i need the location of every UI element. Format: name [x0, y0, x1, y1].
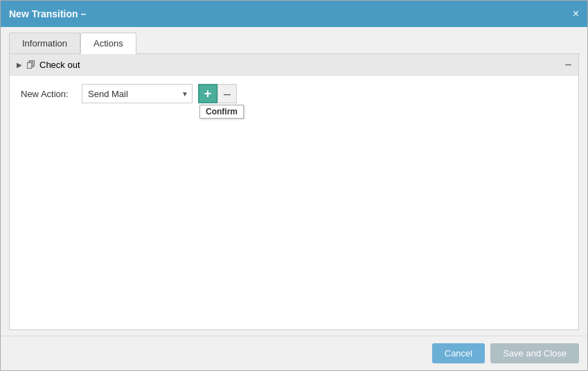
add-remove-group: + Confirm – — [198, 84, 237, 103]
section-header: ▶ 🗍 Check out – — [10, 54, 578, 76]
tabs: Information Actions — [9, 33, 579, 54]
tab-actions[interactable]: Actions — [80, 33, 136, 54]
remove-action-button[interactable]: – — [217, 84, 237, 103]
dialog: New Transition – × Information Actions ▶… — [0, 0, 588, 371]
action-select[interactable]: Send Mail Set Variable Script — [82, 84, 193, 103]
dialog-body: Information Actions ▶ 🗍 Check out – New … — [1, 27, 587, 336]
dialog-header: New Transition – × — [1, 1, 587, 27]
cancel-button[interactable]: Cancel — [432, 343, 485, 363]
save-close-button[interactable]: Save and Close — [490, 343, 579, 363]
add-action-button[interactable]: + Confirm — [198, 84, 217, 103]
action-label: New Action: — [21, 89, 76, 99]
dialog-footer: Cancel Save and Close — [1, 336, 587, 370]
expand-arrow-icon[interactable]: ▶ — [17, 61, 22, 69]
select-wrapper: Send Mail Set Variable Script ▼ — [82, 84, 193, 103]
section-remove-button[interactable]: – — [565, 59, 571, 70]
section-title: Check out — [39, 60, 80, 70]
section-icon: 🗍 — [26, 60, 35, 70]
close-button[interactable]: × — [573, 8, 579, 19]
tab-content: ▶ 🗍 Check out – New Action: Send Mail Se… — [9, 53, 579, 330]
confirm-tooltip: Confirm — [199, 105, 244, 119]
action-row: New Action: Send Mail Set Variable Scrip… — [10, 76, 578, 112]
content-area — [10, 112, 578, 329]
tab-information[interactable]: Information — [9, 33, 80, 54]
dialog-title: New Transition – — [9, 8, 86, 19]
